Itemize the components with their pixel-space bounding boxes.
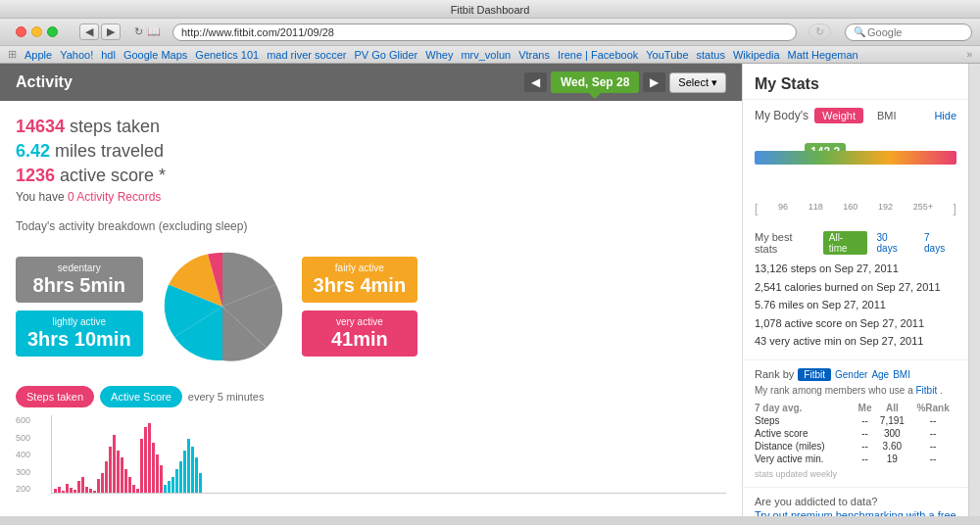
bar — [58, 487, 61, 493]
bar — [109, 447, 112, 493]
activity-panel: Activity ◀ Wed, Sep 28 ▶ Select ▾ 14634 … — [0, 64, 743, 516]
gauge-container: 143.2 — [755, 151, 956, 200]
bookmark-apple[interactable]: Apple — [24, 49, 52, 61]
row-label: Distance (miles) — [755, 440, 856, 453]
back-button[interactable]: ◀ — [79, 24, 99, 40]
avg-header: 7 day avg. — [755, 402, 856, 414]
refresh-icon[interactable]: ↻ — [134, 25, 143, 38]
best-stats-section: My best stats All-time 30 days 7 days 13… — [743, 223, 968, 359]
weight-tab[interactable]: Weight — [814, 108, 863, 123]
bookmark-mrv[interactable]: mrv_volun — [461, 49, 511, 61]
steps-value: 14634 — [16, 117, 65, 136]
bookmarks-more[interactable]: » — [966, 49, 972, 60]
select-button[interactable]: Select ▾ — [669, 72, 726, 93]
hide-link[interactable]: Hide — [934, 110, 956, 121]
7days-tab[interactable]: 7 days — [920, 231, 956, 255]
bmi-tab[interactable]: BMI — [869, 108, 905, 123]
bookmark-status[interactable]: status — [697, 49, 725, 61]
bookmark-yahoo[interactable]: Yahoo! — [60, 49, 93, 61]
chart-label-400: 400 — [16, 450, 30, 459]
row-label: Steps — [755, 414, 856, 427]
30days-tab[interactable]: 30 days — [873, 231, 914, 255]
bookmark-hdl[interactable]: hdl — [101, 49, 116, 61]
bookmark-matt[interactable]: Matt Hegeman — [788, 49, 858, 61]
rank-gender-tab[interactable]: Gender — [835, 369, 867, 380]
fairly-title: fairly active — [314, 262, 406, 273]
title-bar: Fitbit Dashboard — [0, 0, 980, 19]
fitbit-link[interactable]: Fitbit — [916, 385, 938, 396]
rank-age-tab[interactable]: Age — [871, 369, 889, 380]
bookmark-irene[interactable]: Irene | Facebook — [558, 49, 638, 61]
bookmark-maps[interactable]: Google Maps — [123, 49, 187, 61]
very-title: very active — [314, 316, 406, 327]
close-button[interactable] — [16, 26, 26, 37]
me-header: Me — [856, 402, 875, 414]
bookmark-vtrans[interactable]: Vtrans — [518, 49, 550, 61]
bar — [113, 435, 116, 493]
bar — [70, 488, 73, 493]
scrollbar[interactable] — [968, 64, 980, 516]
bar-teal — [168, 481, 171, 493]
rank-bmi-tab[interactable]: BMI — [893, 369, 910, 380]
records-link[interactable]: 0 Activity Records — [68, 190, 161, 204]
lightly-value: 3hrs 10min — [27, 327, 131, 351]
table-row: Very active min. -- 19 -- — [755, 453, 956, 465]
row-all: 3.60 — [874, 440, 909, 453]
bookmark-pvgo[interactable]: PV Go Glider — [354, 49, 417, 61]
bar — [132, 485, 135, 493]
premium-link[interactable]: Try out premium benchmarking with a free… — [755, 509, 956, 517]
steps-label: steps taken — [70, 117, 160, 136]
bar — [89, 489, 92, 493]
row-rank: -- — [909, 453, 956, 465]
gauge-label-255: 255+ — [913, 202, 933, 215]
bar — [93, 491, 96, 493]
active-score-tab[interactable]: Active Score — [100, 386, 182, 407]
sedentary-legend: sedentary 8hrs 5min — [16, 257, 143, 303]
rank-table: 7 day avg. Me All %Rank Steps -- 7,191 -… — [755, 402, 956, 465]
minimize-button[interactable] — [31, 26, 42, 37]
very-legend: very active 41min — [302, 310, 417, 357]
table-row: Steps -- 7,191 -- — [755, 414, 956, 427]
maximize-button[interactable] — [47, 26, 58, 37]
row-all: 19 — [874, 453, 909, 465]
table-row: Active score -- 300 -- — [755, 427, 956, 440]
stats-header: My Stats — [743, 64, 968, 100]
date-badge: Wed, Sep 28 — [551, 72, 639, 93]
bar — [136, 489, 139, 493]
alltime-tab[interactable]: All-time — [823, 231, 867, 255]
address-bar[interactable]: http://www.fitbit.com/2011/09/28 — [172, 24, 797, 41]
rank-fitbit-tab[interactable]: Fitbit — [798, 368, 831, 381]
bookmark-wikipedia[interactable]: Wikipedia — [733, 49, 780, 61]
bookmark-youtube[interactable]: YouTube — [646, 49, 688, 61]
pie-chart — [159, 243, 286, 370]
row-me: -- — [856, 453, 875, 465]
breakdown-title: Today's activity breakdown (excluding sl… — [16, 219, 726, 233]
search-input[interactable] — [867, 26, 956, 38]
best-stat-score: 1,078 active score on Sep 27, 2011 — [755, 315, 956, 332]
gauge-labels: [ 96 118 160 192 255+ ] — [755, 202, 956, 215]
page-title: Fitbit Dashboard — [451, 4, 530, 16]
chart-tabs: Steps taken Active Score every 5 minutes — [16, 386, 726, 407]
search-icon: 🔍 — [854, 26, 865, 37]
next-date-button[interactable]: ▶ — [643, 72, 665, 92]
bookmark-soccer[interactable]: mad river soccer — [267, 49, 346, 61]
row-me: -- — [856, 427, 875, 440]
forward-button[interactable]: ▶ — [101, 24, 121, 40]
miles-label: miles traveled — [55, 141, 164, 161]
steps-stat: 14634 steps taken — [16, 117, 726, 137]
steps-tab[interactable]: Steps taken — [16, 386, 94, 407]
refresh-icon2[interactable]: ↻ — [808, 24, 831, 40]
pie-svg — [159, 243, 286, 370]
best-stats-header: My best stats All-time 30 days 7 days — [755, 231, 956, 255]
row-label: Active score — [755, 427, 856, 440]
prev-date-button[interactable]: ◀ — [524, 72, 547, 92]
miles-value: 6.42 — [16, 141, 50, 161]
chart-section: Steps taken Active Score every 5 minutes… — [0, 386, 742, 509]
search-bar[interactable]: 🔍 — [845, 24, 972, 41]
addicted-text: Are you addicted to data? — [755, 496, 956, 507]
bookmark-genetics[interactable]: Genetics 101 — [195, 49, 259, 61]
date-label: Wed, Sep 28 — [561, 75, 629, 89]
activity-records: You have 0 Activity Records — [16, 190, 726, 204]
bookmark-whey[interactable]: Whey — [425, 49, 453, 61]
chart-label-200: 200 — [16, 484, 30, 494]
